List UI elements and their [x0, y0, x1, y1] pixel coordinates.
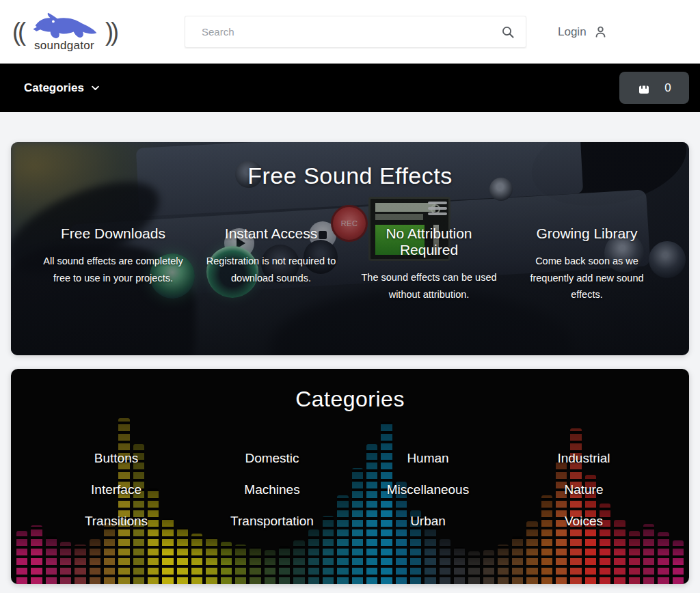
feature-text: Come back soon as we frequently add new … [513, 253, 660, 303]
equalizer-bar [75, 544, 85, 584]
logo-left-parens: (( [11, 20, 25, 44]
feature-instant-access: Instant Access Registration is not requi… [198, 225, 345, 303]
logo-center: soundgator [29, 12, 100, 53]
category-link-buttons[interactable]: Buttons [38, 451, 194, 466]
equalizer-bar [221, 542, 232, 584]
category-link-industrial[interactable]: Industrial [506, 451, 662, 466]
categories-title: Categories [11, 369, 689, 412]
feature-title: Free Downloads [40, 225, 187, 242]
equalizer-bar [235, 544, 246, 584]
category-link-nature[interactable]: Nature [506, 482, 662, 497]
feature-title: Instant Access [198, 225, 345, 242]
hero-features: Free Downloads All sound effects are com… [11, 225, 689, 303]
equalizer-bar [250, 547, 260, 584]
category-link-interface[interactable]: Interface [38, 482, 194, 497]
top-header: (( soundgator )) Login [0, 0, 700, 64]
equalizer-bar [308, 529, 319, 584]
equalizer-bar [498, 544, 509, 584]
user-icon [593, 25, 608, 39]
feature-title: Growing Library [513, 225, 660, 242]
hero-title: Free Sound Effects [11, 163, 689, 189]
equalizer-bar [60, 542, 71, 584]
category-link-domestic[interactable]: Domestic [194, 451, 350, 466]
feature-text: All sound effects are completely free to… [40, 253, 187, 286]
brand-name: soundgator [34, 39, 94, 53]
equalizer-bar [440, 539, 450, 584]
equalizer-bar [629, 531, 640, 584]
category-link-transitions[interactable]: Transitions [38, 514, 194, 529]
categories-grid: Buttons Domestic Human Industrial Interf… [38, 443, 662, 537]
equalizer-bar [454, 547, 465, 584]
categories-dropdown-label: Categories [24, 81, 84, 95]
shopping-bag-icon [637, 81, 651, 95]
feature-text: The sound effects can be used without at… [355, 269, 502, 303]
logo-right-parens: )) [104, 20, 118, 44]
hero-banner: REC Free Sound Effects Free Downloads Al… [11, 142, 689, 355]
equalizer-bar [483, 550, 494, 584]
soundgator-logo[interactable]: (( soundgator )) [11, 12, 172, 53]
category-link-machines[interactable]: Machines [194, 482, 350, 497]
category-link-voices[interactable]: Voices [506, 514, 662, 529]
category-link-transportation[interactable]: Transportation [194, 514, 350, 529]
category-link-urban[interactable]: Urban [350, 514, 506, 529]
cart-count: 0 [664, 81, 671, 95]
equalizer-bar [206, 538, 217, 584]
chevron-down-icon [90, 83, 100, 93]
equalizer-bar [191, 534, 202, 584]
category-link-miscellaneous[interactable]: Miscellaneous [350, 482, 506, 497]
search-input[interactable] [185, 16, 526, 48]
photo-menu-lines [428, 202, 447, 217]
equalizer-bar [673, 540, 684, 584]
categories-dropdown[interactable]: Categories [24, 81, 100, 95]
equalizer-bar [265, 550, 275, 584]
equalizer-bar [46, 536, 57, 584]
equalizer-bar [293, 540, 304, 584]
search-icon[interactable] [500, 25, 515, 40]
login-button[interactable]: Login [558, 25, 608, 39]
feature-title: No Attribution Required [355, 225, 502, 258]
feature-no-attribution: No Attribution Required The sound effect… [355, 225, 502, 303]
feature-growing-library: Growing Library Come back soon as we fre… [513, 225, 660, 303]
equalizer-bar [90, 539, 100, 584]
cart-button[interactable]: 0 [619, 72, 689, 104]
feature-text: Registration is not required to download… [198, 253, 345, 286]
login-label: Login [558, 25, 587, 39]
equalizer-bar [658, 532, 669, 584]
search-bar [185, 16, 526, 48]
feature-free-downloads: Free Downloads All sound effects are com… [40, 225, 187, 303]
category-link-human[interactable]: Human [350, 451, 506, 466]
equalizer-bar [279, 546, 290, 584]
categories-panel: Categories Buttons Domestic Human Indust… [11, 369, 689, 584]
equalizer-bar [16, 531, 27, 584]
equalizer-bar [468, 551, 479, 584]
equalizer-bar [512, 536, 523, 584]
main-navbar: Categories 0 [0, 64, 700, 112]
crocodile-logo-icon [29, 12, 100, 42]
